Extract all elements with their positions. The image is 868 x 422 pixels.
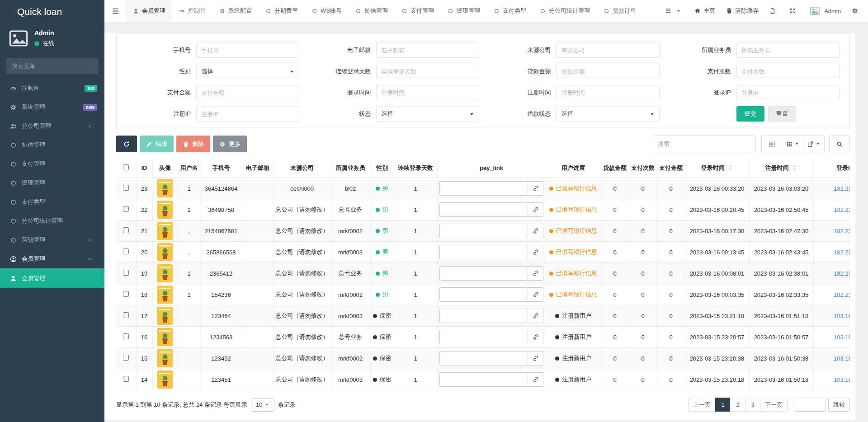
pay-link-input[interactable] bbox=[439, 224, 528, 238]
row-select-checkbox[interactable] bbox=[123, 333, 129, 339]
row-select-checkbox[interactable] bbox=[123, 185, 129, 191]
fullscreen-button[interactable] bbox=[789, 8, 798, 14]
filter-input[interactable] bbox=[557, 85, 660, 100]
tab-list-menu-button[interactable] bbox=[665, 8, 684, 14]
next-page-button[interactable]: 下一页 bbox=[760, 398, 788, 412]
pay-link-input[interactable] bbox=[439, 202, 528, 217]
row-select-checkbox[interactable] bbox=[123, 206, 129, 212]
sidebar-item-branch[interactable]: 分公司管理 bbox=[0, 117, 104, 136]
search-button[interactable] bbox=[829, 136, 850, 152]
ip-link[interactable]: 182.239. bbox=[834, 291, 850, 298]
copy-link-button[interactable] bbox=[528, 309, 543, 323]
refresh-page-button[interactable] bbox=[769, 8, 778, 14]
clear-cache-button[interactable]: 清除缓存 bbox=[726, 7, 759, 15]
pay-link-input[interactable] bbox=[439, 372, 528, 387]
sidebar-item-members-sub[interactable]: 会员管理 bbox=[0, 268, 104, 288]
filter-input[interactable] bbox=[376, 85, 479, 100]
tab-installment-rate[interactable]: 分期费率 bbox=[259, 0, 305, 22]
filter-input[interactable] bbox=[736, 85, 840, 100]
pay-link-input[interactable] bbox=[439, 287, 528, 302]
ip-link[interactable]: 182.239. bbox=[834, 185, 850, 192]
more-button[interactable]: 更多 bbox=[213, 136, 247, 152]
edit-button[interactable]: 编辑 bbox=[140, 136, 174, 152]
filter-input[interactable] bbox=[196, 42, 299, 58]
tab-branch-stats[interactable]: 分公司统计管理 bbox=[533, 0, 597, 22]
sidebar-item-branch-stats[interactable]: 分公司统计管理 bbox=[0, 211, 104, 230]
copy-link-button[interactable] bbox=[528, 372, 543, 387]
ip-link[interactable]: 103.187. bbox=[834, 334, 850, 341]
sidebar-item-console[interactable]: 控制台hot bbox=[0, 79, 104, 98]
row-select-checkbox[interactable] bbox=[123, 376, 129, 382]
filter-input[interactable] bbox=[196, 106, 299, 122]
filter-input[interactable] bbox=[557, 42, 660, 58]
ip-link[interactable]: 182.239. bbox=[834, 228, 850, 234]
home-button[interactable]: 主页 bbox=[694, 7, 715, 15]
columns-button[interactable] bbox=[782, 136, 803, 152]
filter-input[interactable] bbox=[376, 64, 479, 79]
tab-console[interactable]: 控制台 bbox=[172, 0, 212, 22]
pay-link-input[interactable] bbox=[439, 309, 528, 323]
page-button-3[interactable]: 3 bbox=[745, 398, 760, 412]
copy-link-button[interactable] bbox=[528, 351, 543, 366]
sidebar-item-sms[interactable]: 短信管理 bbox=[0, 136, 104, 155]
filter-select[interactable]: 选择 bbox=[376, 106, 479, 122]
sidebar-item-payment[interactable]: 支付管理 bbox=[0, 155, 104, 173]
tab-ws-account[interactable]: WS账号 bbox=[305, 0, 349, 22]
col-header-login_time[interactable]: 登录时间 bbox=[685, 158, 749, 178]
tab-loan-orders[interactable]: 贷款订单 bbox=[597, 0, 643, 22]
settings-button[interactable] bbox=[852, 8, 861, 14]
export-button[interactable] bbox=[803, 136, 825, 152]
copy-link-button[interactable] bbox=[528, 181, 543, 196]
sidebar-item-system[interactable]: 系统管理new bbox=[0, 98, 104, 117]
copy-link-button[interactable] bbox=[528, 224, 543, 238]
filter-select[interactable]: 选择 bbox=[196, 64, 299, 79]
pay-link-input[interactable] bbox=[439, 245, 528, 259]
pay-link-input[interactable] bbox=[439, 266, 528, 281]
copy-link-button[interactable] bbox=[528, 287, 543, 302]
submit-button[interactable]: 提交 bbox=[736, 106, 764, 122]
pay-link-input[interactable] bbox=[439, 351, 528, 366]
ip-link[interactable]: 182.239. bbox=[834, 249, 850, 256]
ip-link[interactable]: 103.187. bbox=[834, 376, 850, 383]
reset-button[interactable]: 重置 bbox=[768, 106, 796, 122]
tab-payment[interactable]: 支付管理 bbox=[395, 0, 441, 22]
row-select-checkbox[interactable] bbox=[123, 227, 129, 233]
ip-link[interactable]: 182.239. bbox=[834, 206, 850, 213]
table-search-input[interactable] bbox=[653, 136, 756, 152]
page-button-2[interactable]: 2 bbox=[730, 398, 745, 412]
tab-sms[interactable]: 短信管理 bbox=[349, 0, 395, 22]
sidebar-item-members[interactable]: 会员管理 bbox=[0, 249, 104, 268]
tab-members[interactable]: 会员管理 bbox=[126, 0, 172, 22]
sidebar-item-marketing[interactable]: 营销管理 bbox=[0, 230, 104, 249]
jump-page-input[interactable] bbox=[794, 398, 826, 412]
filter-input[interactable] bbox=[376, 42, 479, 58]
filter-input[interactable] bbox=[557, 64, 660, 79]
ip-link[interactable]: 103.187. bbox=[834, 313, 850, 319]
sidebar-item-withdraw[interactable]: 提现管理 bbox=[0, 173, 104, 192]
select-all-checkbox[interactable] bbox=[123, 164, 129, 170]
ip-link[interactable]: 182.239. bbox=[834, 270, 850, 277]
row-select-checkbox[interactable] bbox=[123, 355, 129, 361]
refresh-button[interactable] bbox=[116, 136, 137, 152]
filter-select[interactable]: 选择 bbox=[557, 106, 660, 122]
delete-button[interactable]: 删除 bbox=[176, 136, 210, 152]
pay-link-input[interactable] bbox=[439, 330, 528, 344]
ip-link[interactable]: 103.187. bbox=[834, 355, 850, 362]
copy-link-button[interactable] bbox=[528, 202, 543, 217]
user-menu[interactable]: Admin bbox=[809, 6, 841, 16]
pay-link-input[interactable] bbox=[439, 181, 528, 196]
copy-link-button[interactable] bbox=[528, 266, 543, 281]
sidebar-toggle-button[interactable] bbox=[104, 0, 126, 22]
tab-system-config[interactable]: 系统配置 bbox=[212, 0, 259, 22]
page-size-select[interactable]: 10 bbox=[251, 398, 274, 412]
sidebar-item-pay-type[interactable]: 支付类型 bbox=[0, 192, 104, 211]
sidebar-search-input[interactable] bbox=[12, 63, 91, 70]
prev-page-button[interactable]: 上一页 bbox=[688, 398, 716, 412]
row-select-checkbox[interactable] bbox=[123, 249, 129, 254]
row-select-checkbox[interactable] bbox=[123, 270, 129, 276]
page-button-1[interactable]: 1 bbox=[715, 398, 731, 412]
filter-input[interactable] bbox=[196, 85, 299, 100]
filter-input[interactable] bbox=[736, 64, 840, 79]
copy-link-button[interactable] bbox=[528, 245, 543, 259]
tab-pay-type[interactable]: 支付类型 bbox=[487, 0, 533, 22]
